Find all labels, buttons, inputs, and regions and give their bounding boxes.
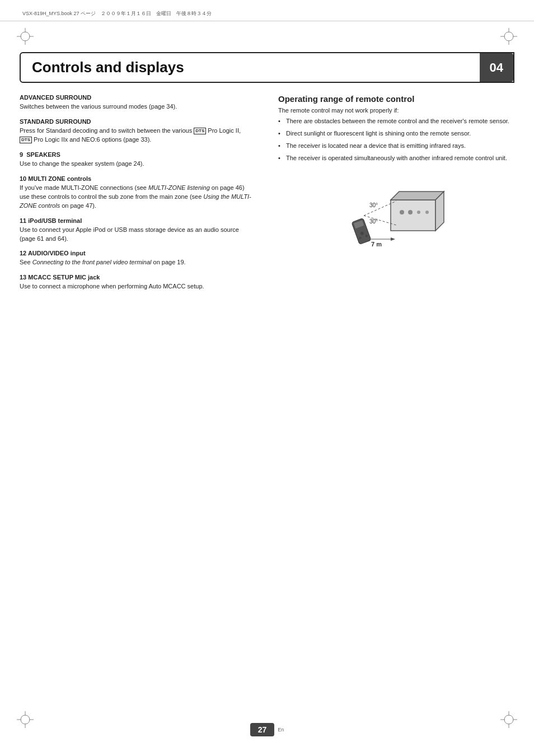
section-mcacc: 13 MCACC SETUP MIC jack Use to connect a… (20, 274, 256, 291)
section-advanced-surround: ADVANCED SURROUND Switches between the v… (20, 94, 256, 111)
dts-icon-1: DTS (194, 128, 206, 134)
right-column: Operating range of remote control The re… (267, 94, 514, 298)
section-title-speakers: 9 SPEAKERS (20, 151, 256, 158)
section-title-ipod-usb: 11 iPod/USB terminal (20, 217, 256, 224)
remote-control (352, 218, 371, 244)
chapter-title: Controls and displays (32, 59, 184, 76)
chapter-number: 04 (490, 60, 503, 75)
bullet-item-4: The receiver is operated simultaneously … (278, 154, 514, 163)
left-column: ADVANCED SURROUND Switches between the v… (20, 94, 267, 298)
section-title-audio-video: 12 AUDIO/VIDEO input (20, 250, 256, 256)
page-footer: 27 En (0, 723, 534, 736)
svg-point-23 (400, 210, 404, 214)
section-body-advanced-surround: Switches between the various surround mo… (20, 102, 256, 111)
section-body-audio-video: See Connecting to the front panel video … (20, 258, 256, 267)
section-ipod-usb: 11 iPod/USB terminal Use to connect your… (20, 217, 256, 244)
section-title-standard-surround: STANDARD SURROUND (20, 118, 256, 125)
chapter-header: Controls and displays 04 (20, 52, 514, 83)
section-number-multi-zone: 10 (20, 175, 28, 182)
corner-tl (17, 28, 34, 45)
page-number: 27 (250, 723, 275, 736)
bullet-item-3: The receiver is located near a device th… (278, 142, 514, 151)
section-body-ipod-usb: Use to connect your Apple iPod or USB ma… (20, 226, 256, 244)
section-multi-zone: 10 MULTI ZONE controls If you've made MU… (20, 175, 256, 211)
section-number-mcacc: 13 (20, 274, 28, 281)
section-number-speakers: 9 (20, 151, 26, 158)
angle1-label: 30° (369, 202, 378, 208)
dts-icon-2: DTS (20, 137, 32, 143)
svg-marker-21 (391, 192, 444, 200)
svg-point-24 (408, 210, 413, 214)
bullet-list: There are obstacles between the remote c… (278, 117, 514, 163)
receiver-box (391, 192, 444, 231)
header-file-info: VSX-819H_MYS.book 27 ページ ２００９年１月１６日 金曜日 … (22, 10, 212, 17)
svg-marker-36 (391, 237, 395, 241)
bullet-item-2: Direct sunlight or fluorescent light is … (278, 129, 514, 138)
section-speakers: 9 SPEAKERS Use to change the speaker sys… (20, 151, 256, 169)
section-body-standard-surround: Press for Standard decoding and to switc… (20, 127, 256, 144)
page-header: VSX-819H_MYS.book 27 ページ ２００９年１月１６日 金曜日 … (0, 0, 534, 21)
remote-diagram: 30° 30° 7 m (278, 172, 514, 250)
svg-rect-20 (391, 200, 435, 231)
svg-point-25 (417, 211, 420, 214)
section-body-mcacc: Use to connect a microphone when perform… (20, 282, 256, 291)
operating-range-title: Operating range of remote control (278, 94, 514, 104)
remote-diagram-svg: 30° 30° 7 m (335, 172, 458, 250)
svg-point-0 (21, 32, 30, 41)
distance-label: 7 m (371, 241, 382, 248)
angle2-label: 30° (369, 218, 378, 225)
bullet-item-1: There are obstacles between the remote c… (278, 117, 514, 126)
svg-point-5 (504, 32, 513, 41)
section-title-multi-zone: 10 MULTI ZONE controls (20, 175, 256, 182)
section-audio-video: 12 AUDIO/VIDEO input See Connecting to t… (20, 250, 256, 267)
svg-point-26 (425, 211, 429, 214)
section-number-ipod: 11 (20, 217, 28, 224)
page-en-label: En (278, 727, 284, 732)
section-standard-surround: STANDARD SURROUND Press for Standard dec… (20, 118, 256, 144)
chapter-title-box: Controls and displays (21, 53, 480, 82)
section-number-audio-video: 12 (20, 250, 28, 256)
corner-tr (500, 28, 517, 45)
section-body-multi-zone: If you've made MULTI-ZONE connections (s… (20, 184, 256, 211)
section-title-advanced-surround: ADVANCED SURROUND (20, 94, 256, 101)
operating-range-intro: The remote control may not work properly… (278, 107, 514, 114)
section-title-mcacc: 13 MCACC SETUP MIC jack (20, 274, 256, 281)
chapter-number-box: 04 (480, 53, 513, 82)
section-body-speakers: Use to change the speaker system (page 2… (20, 160, 256, 169)
main-content: ADVANCED SURROUND Switches between the v… (20, 94, 514, 298)
